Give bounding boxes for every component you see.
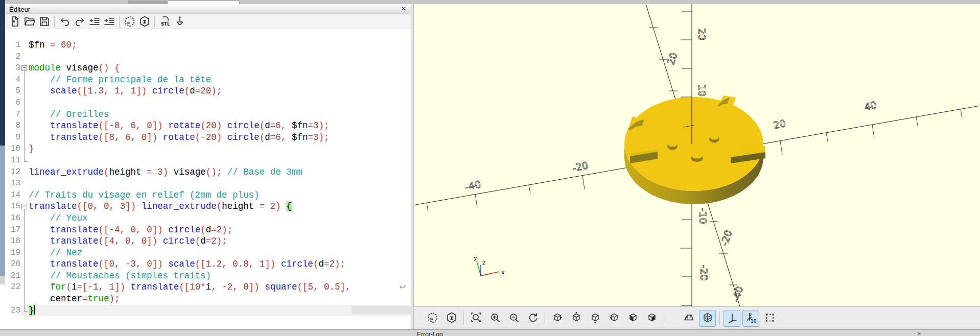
fold-margin — [20, 178, 29, 189]
svg-text:10: 10 — [751, 318, 757, 323]
axis-tick-label: 20 — [696, 28, 708, 40]
redo-icon — [74, 15, 86, 28]
print-3d-icon — [174, 15, 186, 28]
preview-button[interactable]: » — [424, 310, 441, 327]
code-line: translate([8, 6, 0]) rotate(-20) circle(… — [29, 132, 411, 143]
code-row: 10} — [5, 143, 411, 155]
fold-collapse-icon[interactable]: − — [21, 65, 27, 71]
error-log-title: Error-Log — [417, 331, 443, 336]
code-row: 19 // Nez — [5, 247, 411, 259]
axis-tick-label: -20 — [571, 159, 589, 174]
line-number: 1 — [5, 39, 20, 51]
fold-margin — [20, 143, 29, 155]
code-row: 3−module visage() { — [5, 62, 411, 74]
indent-button[interactable] — [102, 15, 116, 28]
view-back-button[interactable] — [643, 310, 660, 327]
render-button[interactable] — [137, 15, 151, 28]
editor-titlebar[interactable]: Éditeur ✕ — [5, 4, 411, 15]
axis-indicator-y-label: y — [474, 255, 477, 261]
code-editor[interactable]: 1$fn = 60;23−module visage() {4 // Forme… — [5, 29, 411, 329]
code-line: translate([4, 0, 0]) circle(d=2); — [29, 235, 411, 247]
new-file-icon — [9, 15, 21, 28]
close-icon[interactable]: ✕ — [400, 5, 408, 12]
unindent-button[interactable] — [87, 15, 101, 28]
line-number: 10 — [5, 143, 20, 155]
view-back-icon — [646, 311, 658, 325]
svg-text:»: » — [430, 316, 433, 322]
print-3d-button[interactable] — [173, 15, 186, 28]
editor-toolbar: »STL — [5, 14, 411, 29]
line-number: 3 — [5, 62, 20, 74]
export-stl-button[interactable]: STL — [158, 15, 172, 28]
redo-button[interactable] — [73, 15, 86, 28]
viewport-toolbar: »10 — [414, 306, 980, 329]
code-row: 12linear_extrude(height = 3) visage(); /… — [5, 166, 411, 178]
fold-collapse-icon[interactable]: − — [21, 204, 27, 209]
preview-icon: » — [427, 311, 439, 325]
code-line: module visage() { — [29, 62, 411, 74]
open-folder-button[interactable] — [22, 15, 36, 28]
view-right-button[interactable] — [549, 310, 566, 327]
axis-indicator-x-line — [481, 272, 499, 276]
code-line: for(i=[-1, 1]) translate([10*i, -2, 0]) … — [29, 281, 411, 293]
axis-tick-label: 40 — [863, 99, 877, 113]
view-top-button[interactable] — [568, 310, 585, 327]
reset-view-button[interactable] — [524, 310, 541, 327]
code-row: 2 — [5, 51, 411, 63]
model-eye-left-top — [668, 141, 677, 147]
editor-scrollbar-thumb[interactable] — [352, 306, 411, 314]
code-row: 13 — [5, 178, 411, 189]
show-scale-markers-icon: 10 — [745, 311, 757, 325]
perspective-button[interactable] — [680, 310, 697, 327]
viewport-scene: -40-20204020-20-402010-10-20 — [414, 4, 980, 306]
fold-margin — [20, 305, 29, 317]
code-row: 22 for(i=[-1, 1]) translate([10*i, -2, 0… — [5, 281, 411, 293]
save-icon — [38, 15, 51, 28]
code-row: 8 translate([-8, 6, 0]) rotate(20) circl… — [5, 120, 411, 132]
code-row: 1$fn = 60; — [5, 39, 411, 51]
error-log-close-icon[interactable]: ✕ — [917, 331, 921, 336]
line-number: 12 — [5, 166, 20, 178]
axis-tick-label: -20 — [698, 265, 710, 280]
render-button[interactable] — [443, 310, 460, 327]
zoom-out-button[interactable] — [505, 310, 522, 327]
error-log-bar[interactable]: Error-Log ✕ — [0, 329, 980, 336]
orthogonal-button[interactable] — [699, 310, 716, 327]
fold-margin — [20, 74, 29, 86]
fold-toggle[interactable]: − — [20, 62, 29, 74]
line-wrap-icon: ↩ — [399, 281, 406, 293]
view-left-button[interactable] — [605, 310, 622, 327]
code-line — [29, 178, 411, 189]
code-row: 18 translate([4, 0, 0]) circle(d=2); — [5, 235, 411, 247]
fold-margin — [20, 132, 29, 143]
view-bottom-button[interactable] — [587, 310, 603, 327]
fold-margin — [20, 281, 29, 293]
fold-margin — [20, 155, 29, 166]
undo-icon — [59, 15, 71, 28]
code-line: // Forme principale de la tête — [29, 74, 411, 86]
zoom-in-button[interactable] — [486, 310, 503, 327]
save-button[interactable] — [37, 15, 51, 28]
view-front-button[interactable] — [624, 310, 641, 327]
show-axes-icon — [726, 311, 738, 325]
code-line: // Yeux — [29, 212, 411, 224]
fold-toggle[interactable]: − — [20, 201, 29, 212]
line-number: 15 — [5, 201, 20, 212]
new-file-button[interactable] — [8, 15, 21, 28]
show-crosshairs-button[interactable] — [761, 310, 778, 327]
viewport-3d[interactable]: -40-20204020-20-402010-10-20 — [414, 4, 980, 306]
perspective-icon — [683, 311, 695, 325]
show-scale-markers-button[interactable]: 10 — [742, 310, 759, 327]
axis-indicator-x-label: x — [501, 269, 505, 276]
view-top-icon — [570, 311, 582, 325]
preview-button[interactable]: » — [123, 15, 136, 28]
code-row: 11 — [5, 155, 411, 166]
line-number: 7 — [5, 109, 20, 121]
preview-icon: » — [124, 15, 136, 28]
zoom-all-button[interactable] — [468, 310, 484, 327]
show-axes-button[interactable] — [724, 310, 740, 327]
fold-margin — [20, 120, 29, 132]
undo-button[interactable] — [58, 15, 72, 28]
code-row: 15−translate([0, 0, 3]) linear_extrude(h… — [5, 201, 411, 212]
code-line: } — [29, 143, 411, 155]
